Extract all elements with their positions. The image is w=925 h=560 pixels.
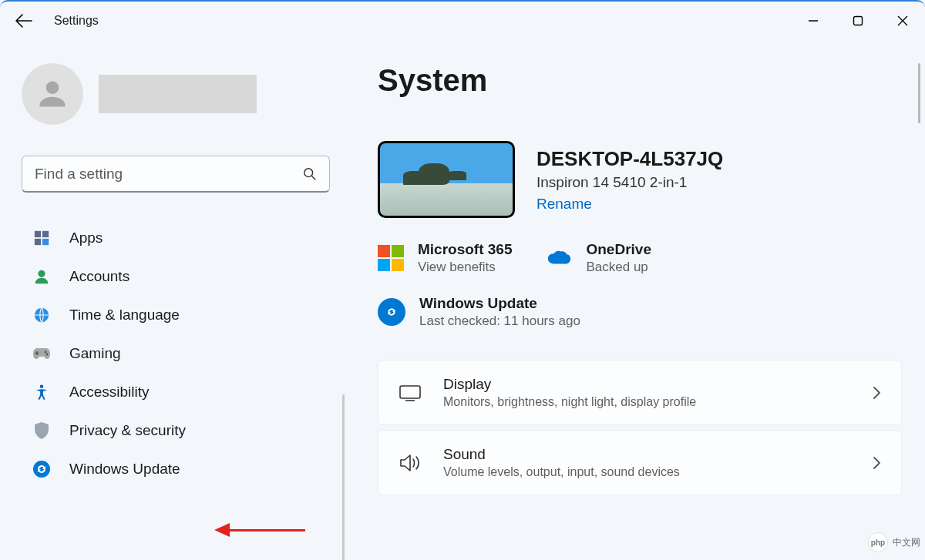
nav-label: Accessibility	[69, 384, 149, 401]
content-container: Apps Accounts Time & language Gaming	[0, 40, 925, 560]
time-language-icon	[32, 306, 51, 324]
li-title: Display	[443, 376, 850, 393]
windows-update-circle-icon	[378, 298, 405, 326]
svg-rect-6	[35, 239, 41, 245]
minimize-button[interactable]	[791, 2, 836, 40]
svg-rect-4	[35, 231, 41, 237]
device-image	[378, 141, 515, 218]
search-input[interactable]	[35, 166, 303, 183]
chevron-right-icon	[872, 456, 881, 470]
svg-rect-14	[400, 386, 420, 398]
li-subtitle: Volume levels, output, input, sound devi…	[443, 465, 850, 479]
svg-rect-1	[854, 17, 863, 25]
tile-text: OneDrive Backed up	[586, 241, 651, 275]
close-button[interactable]	[880, 2, 925, 40]
titlebar-left: Settings	[15, 14, 99, 28]
nav-item-privacy-security[interactable]: Privacy & security	[22, 411, 328, 450]
tile-onedrive[interactable]: OneDrive Backed up	[546, 241, 651, 275]
search-box[interactable]	[22, 156, 330, 193]
tile-title: Microsoft 365	[418, 241, 512, 258]
tile-subtitle: Backed up	[586, 260, 651, 275]
nav-label: Gaming	[69, 345, 121, 362]
main-content: System DESKTOP-4L537JQ Inspiron 14 5410 …	[343, 40, 925, 560]
chevron-right-icon	[872, 386, 881, 400]
svg-point-13	[33, 461, 50, 478]
rename-link[interactable]: Rename	[536, 196, 723, 213]
nav-item-accessibility[interactable]: Accessibility	[22, 373, 328, 411]
watermark-text: 中文网	[893, 536, 920, 549]
nav-label: Privacy & security	[69, 422, 186, 439]
nav-label: Windows Update	[69, 461, 180, 478]
svg-point-8	[38, 270, 45, 277]
nav-item-apps[interactable]: Apps	[22, 219, 328, 257]
watermark: php 中文网	[868, 532, 920, 552]
li-text: Display Monitors, brightness, night ligh…	[443, 376, 850, 409]
accounts-icon	[32, 267, 51, 286]
nav-list: Apps Accounts Time & language Gaming	[22, 219, 328, 488]
microsoft-logo-icon	[378, 245, 404, 271]
svg-point-11	[46, 354, 49, 356]
nav-item-time-language[interactable]: Time & language	[22, 296, 328, 334]
wu-title: Windows Update	[419, 295, 580, 312]
tile-microsoft-365[interactable]: Microsoft 365 View benefits	[378, 241, 512, 275]
maximize-button[interactable]	[836, 2, 880, 40]
sidebar: Apps Accounts Time & language Gaming	[0, 40, 343, 560]
svg-point-12	[40, 384, 44, 388]
list-item-display[interactable]: Display Monitors, brightness, night ligh…	[378, 360, 902, 425]
apps-icon	[32, 229, 51, 247]
app-title: Settings	[54, 14, 99, 28]
page-title: System	[378, 63, 902, 98]
nav-label: Time & language	[69, 307, 180, 324]
status-tiles: Microsoft 365 View benefits OneDrive Bac…	[378, 241, 902, 275]
nav-item-accounts[interactable]: Accounts	[22, 257, 328, 296]
avatar-icon	[22, 63, 83, 125]
window-controls	[791, 2, 925, 40]
svg-rect-5	[42, 231, 49, 237]
titlebar: Settings	[0, 2, 925, 40]
svg-point-10	[45, 351, 47, 354]
wu-text: Windows Update Last checked: 11 hours ag…	[419, 295, 580, 329]
privacy-security-icon	[32, 421, 51, 440]
watermark-logo: php	[868, 532, 888, 552]
nav-item-windows-update[interactable]: Windows Update	[22, 450, 328, 488]
gaming-icon	[32, 344, 51, 363]
accessibility-icon	[32, 383, 51, 401]
li-text: Sound Volume levels, output, input, soun…	[443, 446, 850, 479]
user-account-row[interactable]	[22, 63, 328, 125]
device-info: DESKTOP-4L537JQ Inspiron 14 5410 2-in-1 …	[536, 147, 723, 213]
search-icon[interactable]	[303, 167, 317, 181]
back-arrow-icon[interactable]	[15, 14, 32, 28]
device-model: Inspiron 14 5410 2-in-1	[536, 174, 723, 191]
device-name: DESKTOP-4L537JQ	[536, 147, 723, 171]
nav-label: Accounts	[69, 268, 130, 285]
display-icon	[399, 381, 422, 404]
sound-icon	[399, 451, 422, 474]
svg-line-3	[312, 176, 316, 179]
main-scrollbar[interactable]	[918, 63, 920, 123]
tile-title: OneDrive	[586, 241, 651, 258]
svg-point-2	[304, 168, 313, 176]
tile-text: Microsoft 365 View benefits	[418, 241, 512, 275]
li-title: Sound	[443, 446, 850, 463]
li-subtitle: Monitors, brightness, night light, displ…	[443, 395, 850, 409]
nav-item-gaming[interactable]: Gaming	[22, 334, 328, 373]
tile-subtitle: View benefits	[418, 260, 512, 275]
windows-update-status[interactable]: Windows Update Last checked: 11 hours ag…	[378, 295, 902, 329]
svg-rect-7	[42, 239, 49, 245]
device-row: DESKTOP-4L537JQ Inspiron 14 5410 2-in-1 …	[378, 141, 902, 218]
list-item-sound[interactable]: Sound Volume levels, output, input, soun…	[378, 430, 902, 495]
onedrive-icon	[546, 245, 572, 271]
user-name-placeholder	[99, 75, 257, 113]
windows-update-icon	[32, 460, 51, 478]
nav-label: Apps	[69, 230, 103, 246]
wu-subtitle: Last checked: 11 hours ago	[419, 314, 580, 329]
